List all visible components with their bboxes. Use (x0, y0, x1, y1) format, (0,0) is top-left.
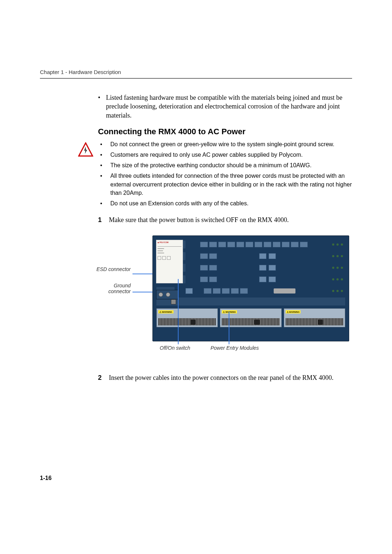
step-number: 2 (98, 373, 109, 382)
callout-switch: Off/On switch (160, 345, 190, 351)
warning-item: •All three outlets intended for connecti… (98, 172, 352, 197)
chapter-header: Chapter 1 - Hardware Description (40, 69, 352, 75)
step-text: Insert the power cables into the power c… (109, 373, 334, 382)
warning-item: •Do not use an Extension cords with any … (98, 199, 352, 208)
intro-bullet: • Listed fastening hardware must be comp… (98, 93, 352, 120)
warning-item: •The size of the protective earthing con… (98, 161, 352, 169)
step-text: Make sure that the power button is switc… (109, 216, 289, 224)
ground-block (156, 290, 179, 299)
step-1: 1 Make sure that the power button is swi… (98, 216, 352, 224)
warning-item: •Do not connect the green or green-yello… (98, 140, 352, 148)
callout-esd: ESD connector (94, 266, 131, 272)
info-card: ◆ POLYCOM ━━━━━━━━━━━━━━━━━ (156, 240, 183, 283)
step-2: 2 Insert the power cables into the power… (98, 373, 352, 382)
psu-module: ⚠ WARNING (284, 308, 345, 327)
device-figure: ESD connector Ground connector (98, 235, 352, 359)
section-heading: Connecting the RMX 4000 to AC Power (98, 127, 352, 136)
callout-ground: Ground connector (94, 283, 131, 294)
callout-pem: Power Entry Modules (211, 345, 259, 351)
page-number: 1-16 (40, 475, 52, 481)
warning-triangle-icon (78, 142, 93, 157)
header-rule (40, 78, 352, 79)
warning-item: •Customers are required to only use AC p… (98, 151, 352, 159)
psu-module: ⚠ WARNING (156, 308, 218, 327)
step-number: 1 (98, 216, 109, 224)
intro-text: Listed fastening hardware must be compat… (106, 93, 352, 120)
